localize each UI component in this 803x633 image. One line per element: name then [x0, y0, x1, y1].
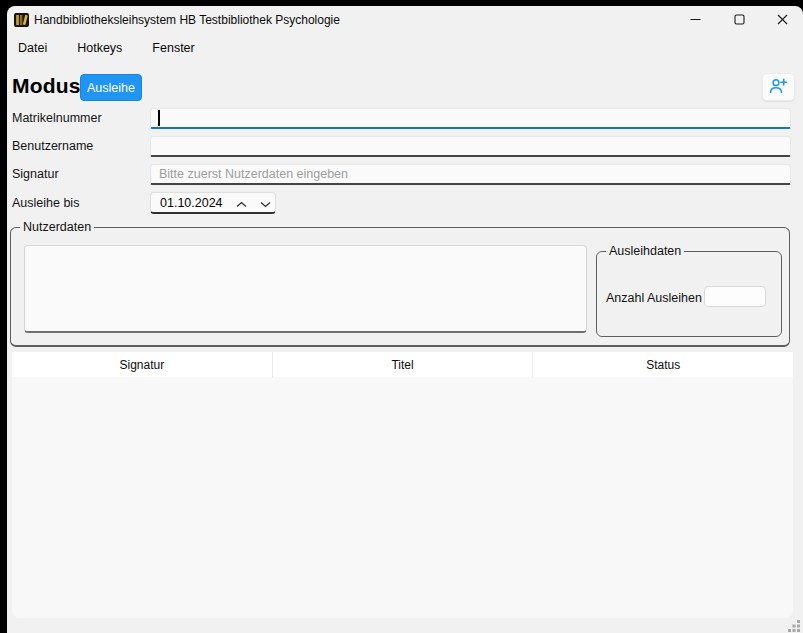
- nutzerdaten-textarea[interactable]: [24, 245, 587, 333]
- benutzername-input[interactable]: [150, 136, 791, 157]
- anzahl-ausleihen-label: Anzahl Ausleihen: [606, 289, 702, 307]
- menu-item-hotkeys[interactable]: Hotkeys: [69, 38, 130, 58]
- signatur-input[interactable]: [150, 164, 791, 185]
- menubar: Datei Hotkeys Fenster: [10, 34, 203, 62]
- signatur-label: Signatur: [12, 164, 147, 185]
- ausleihe-bis-label: Ausleihe bis: [12, 193, 147, 214]
- person-add-icon: [769, 78, 788, 97]
- resize-grip[interactable]: [787, 618, 801, 632]
- date-decrement-button[interactable]: [255, 193, 275, 213]
- maximize-button[interactable]: [717, 6, 761, 34]
- date-value: 01.10.2024: [151, 196, 223, 210]
- benutzername-label: Benutzername: [12, 136, 147, 157]
- menu-item-datei[interactable]: Datei: [10, 38, 55, 58]
- column-header-status[interactable]: Status: [532, 352, 793, 377]
- date-increment-button[interactable]: [231, 193, 251, 213]
- window-title: Handbibliotheksleihsystem HB Testbibliot…: [34, 6, 340, 34]
- column-header-signatur[interactable]: Signatur: [12, 352, 272, 377]
- text-caret: [158, 110, 160, 126]
- loans-table: Signatur Titel Status: [12, 352, 793, 618]
- maximize-icon: [734, 13, 745, 28]
- anzahl-ausleihen-input[interactable]: [704, 286, 766, 307]
- nutzerdaten-groupbox: Nutzerdaten Ausleihdaten Anzahl Ausleihe…: [10, 227, 790, 347]
- close-button[interactable]: [761, 6, 803, 34]
- titlebar[interactable]: Handbibliotheksleihsystem HB Testbibliot…: [7, 6, 803, 34]
- mode-ausleihe-button[interactable]: Ausleihe: [80, 74, 142, 101]
- minimize-icon: [690, 13, 701, 28]
- matrikelnummer-label: Matrikelnummer: [12, 108, 147, 129]
- ausleihe-bis-date-picker[interactable]: 01.10.2024: [150, 192, 276, 214]
- nutzerdaten-group-label: Nutzerdaten: [20, 220, 94, 235]
- table-header-row: Signatur Titel Status: [12, 352, 793, 377]
- modus-heading: Modus: [12, 72, 81, 100]
- window-controls: [673, 6, 803, 34]
- app-window: Handbibliotheksleihsystem HB Testbibliot…: [7, 6, 803, 633]
- column-header-titel[interactable]: Titel: [272, 352, 533, 377]
- ausleihdaten-groupbox: Ausleihdaten Anzahl Ausleihen: [596, 251, 782, 337]
- add-user-button[interactable]: [762, 73, 795, 101]
- chevron-down-icon: [260, 196, 271, 211]
- minimize-button[interactable]: [673, 6, 717, 34]
- chevron-up-icon: [236, 196, 247, 211]
- close-icon: [777, 13, 788, 28]
- menu-item-fenster[interactable]: Fenster: [144, 38, 202, 58]
- matrikelnummer-input[interactable]: [150, 108, 791, 129]
- table-body-empty: [12, 377, 793, 618]
- bookshelf-icon: [13, 11, 31, 29]
- ausleihdaten-group-label: Ausleihdaten: [606, 244, 684, 259]
